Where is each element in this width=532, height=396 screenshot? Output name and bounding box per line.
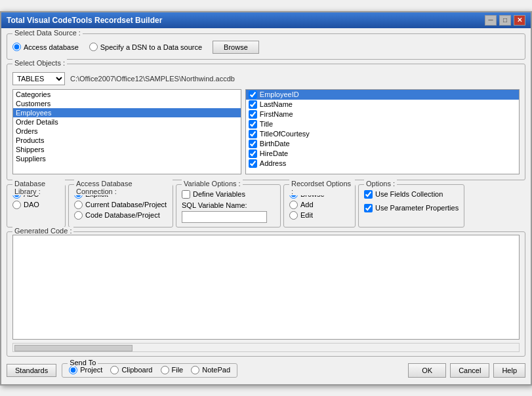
code-database-radio[interactable] [74, 211, 83, 220]
field-item[interactable]: TitleOfCourtesy [246, 129, 519, 139]
sql-variable-input[interactable]: strSQL [182, 211, 267, 223]
field-item[interactable]: LastName [246, 100, 519, 109]
field-name: Title [260, 120, 273, 128]
scrollbar-thumb[interactable] [14, 345, 133, 351]
dao-radio[interactable] [12, 201, 21, 209]
dsn-option[interactable]: Specify a DSN to a Data source [89, 43, 202, 51]
field-name: HireDate [260, 149, 288, 157]
list-item[interactable]: Order Details [13, 117, 241, 127]
field-name: BirthDate [260, 140, 290, 148]
ok-button[interactable]: OK [408, 363, 446, 378]
define-variables-checkbox[interactable] [182, 190, 190, 199]
use-parameter-row: Use Parameter Properties [364, 201, 459, 212]
send-notepad-label: NotePad [202, 366, 230, 374]
code-textarea[interactable] [12, 235, 520, 340]
define-variables-label: Define Variables [193, 190, 245, 198]
list-item[interactable]: Orders [13, 127, 241, 136]
list-item[interactable]: Products [13, 136, 241, 145]
recordset-options-label: Recordset Options : [289, 180, 355, 195]
send-to-label: Send To [68, 359, 98, 366]
field-checkbox[interactable] [249, 140, 257, 148]
table-type-select[interactable]: TABLES QUERIES VIEWS [12, 72, 65, 85]
field-checkbox[interactable] [249, 100, 257, 109]
field-item[interactable]: BirthDate [246, 139, 519, 149]
use-fields-checkbox[interactable] [364, 190, 373, 199]
field-name: FirstName [260, 110, 293, 118]
list-item[interactable]: Categories [13, 90, 241, 99]
select-objects-row: TABLES QUERIES VIEWS C:\Office2007\Offic… [12, 68, 520, 85]
field-checkbox[interactable] [249, 130, 257, 138]
options-group: Options : Use Fields Collection Use Para… [358, 184, 464, 228]
add-option[interactable]: Add [289, 201, 350, 209]
titlebar: Total Visual CodeTools Recordset Builder… [1, 12, 531, 28]
current-database-label: Current Database/Project [85, 201, 167, 208]
options-label: Options : [364, 180, 397, 188]
fields-list[interactable]: EmployeeID LastName FirstName Title [245, 89, 520, 174]
standards-button[interactable]: Standards [7, 364, 56, 377]
main-window: Total Visual CodeTools Recordset Builder… [0, 11, 532, 386]
close-button[interactable]: ✕ [514, 15, 525, 26]
field-item-selected[interactable]: EmployeeID [246, 90, 519, 100]
current-database-option[interactable]: Current Database/Project [74, 201, 167, 209]
dao-label: DAO [24, 201, 39, 208]
send-project-radio[interactable] [69, 366, 77, 374]
recordset-options-group: Recordset Options : Browse Add Edit [283, 184, 356, 228]
current-database-radio[interactable] [74, 201, 83, 209]
add-radio[interactable] [289, 201, 298, 209]
access-database-radio[interactable] [12, 43, 21, 51]
window-title: Total Visual CodeTools Recordset Builder [7, 16, 162, 25]
code-database-label: Code Database/Project [85, 211, 160, 219]
cancel-button[interactable]: Cancel [450, 363, 489, 378]
access-db-connection-label: Access Database Connection : [74, 180, 173, 195]
help-button[interactable]: Help [493, 363, 525, 378]
use-fields-label: Use Fields Collection [375, 190, 443, 198]
send-file-label: File [172, 366, 184, 374]
select-objects-label: Select Objects : [12, 59, 67, 67]
select-objects-group: Select Objects : TABLES QUERIES VIEWS C:… [7, 64, 525, 180]
field-checkbox[interactable] [249, 120, 257, 129]
db-path: C:\Office2007\Office12\SAMPLES\Northwind… [70, 75, 235, 83]
field-item[interactable]: Address [246, 159, 519, 168]
field-name: TitleOfCourtesy [260, 130, 310, 138]
use-parameter-checkbox[interactable] [364, 204, 373, 212]
minimize-button[interactable]: ─ [485, 15, 497, 26]
data-source-group: Select Data Source : Access database Spe… [7, 33, 525, 60]
dsn-radio[interactable] [89, 43, 98, 51]
edit-radio[interactable] [289, 211, 298, 220]
edit-option[interactable]: Edit [289, 211, 350, 220]
database-library-group: Database Library : ADO DAO [7, 184, 66, 228]
field-name: Address [260, 159, 286, 167]
send-notepad-radio[interactable] [191, 366, 199, 374]
data-source-row: Access database Specify a DSN to a Data … [12, 38, 520, 54]
footer-left: Standards Send To Project Clipboard File [7, 363, 237, 378]
sql-variable-row: SQL Variable Name: [182, 201, 275, 209]
send-clipboard-radio[interactable] [110, 366, 119, 374]
field-checkbox[interactable] [249, 110, 257, 119]
send-file-radio[interactable] [161, 366, 169, 374]
field-item[interactable]: Title [246, 119, 519, 129]
footer: Standards Send To Project Clipboard File [7, 361, 525, 379]
horizontal-scrollbar[interactable] [12, 343, 520, 352]
field-item[interactable]: FirstName [246, 109, 519, 119]
field-name: EmployeeID [260, 90, 299, 98]
tables-list[interactable]: Categories Customers Employees Order Det… [12, 89, 241, 174]
send-notepad-option[interactable]: NotePad [191, 366, 230, 374]
list-item-selected[interactable]: Employees [13, 108, 241, 117]
list-item[interactable]: Customers [13, 99, 241, 108]
field-checkbox[interactable] [249, 159, 257, 168]
field-item[interactable]: HireDate [246, 149, 519, 159]
send-project-option[interactable]: Project [69, 366, 102, 374]
access-database-option[interactable]: Access database [12, 43, 79, 51]
list-item[interactable]: Shippers [13, 145, 241, 154]
list-item[interactable]: Suppliers [13, 154, 241, 163]
dao-option[interactable]: DAO [12, 201, 60, 209]
scrollbar-track[interactable] [12, 343, 520, 352]
maximize-button[interactable]: □ [499, 15, 511, 26]
field-checkbox[interactable] [249, 149, 257, 158]
send-clipboard-option[interactable]: Clipboard [110, 366, 152, 374]
field-checkbox[interactable] [249, 90, 257, 99]
send-file-option[interactable]: File [161, 366, 184, 374]
browse-button[interactable]: Browse [213, 41, 259, 54]
code-database-option[interactable]: Code Database/Project [74, 211, 167, 220]
access-db-connection-group: Access Database Connection : Explicit Cu… [68, 184, 173, 228]
